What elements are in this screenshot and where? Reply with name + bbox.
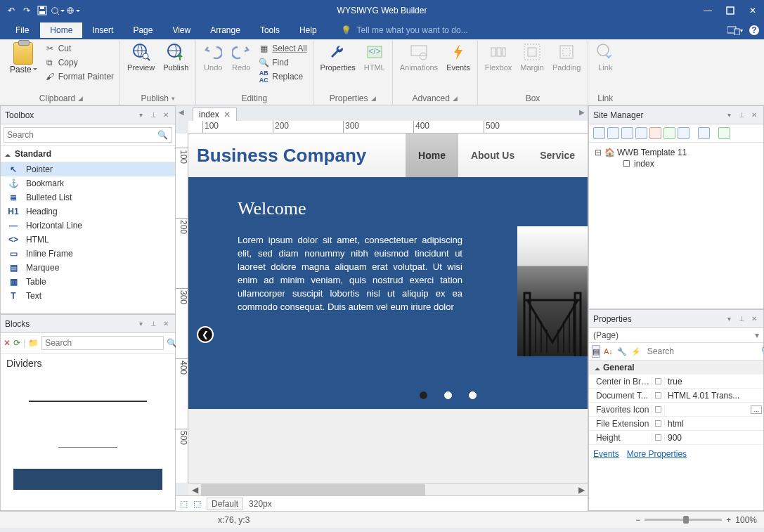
tab-close-icon[interactable]: ✕ — [224, 110, 231, 119]
tree-page-index[interactable]: ☐ index — [595, 158, 758, 169]
carousel-prev-button[interactable]: ❮ — [197, 326, 214, 343]
clipboard-launcher[interactable]: ◢ — [78, 95, 83, 102]
blocks-section-dividers[interactable]: Dividers — [1, 353, 175, 373]
menu-home[interactable]: Home — [40, 22, 82, 38]
properties-launcher[interactable]: ◢ — [371, 95, 376, 102]
blocks-folder-icon[interactable]: 📁 — [28, 337, 39, 349]
replace-button[interactable]: ABACReplace — [257, 70, 308, 83]
publish-button[interactable]: Publish — [160, 41, 191, 73]
cut-button[interactable]: ✂Cut — [43, 42, 115, 55]
menu-help[interactable]: Help — [290, 22, 327, 38]
margin-button[interactable]: Margin — [517, 41, 547, 73]
tab-index[interactable]: index ✕ — [193, 108, 237, 121]
page-checkbox-icon[interactable]: ☐ — [621, 159, 631, 169]
blocks-delete-icon[interactable]: ✕ — [4, 337, 11, 349]
panel-close-icon[interactable]: ✕ — [161, 319, 171, 329]
menu-page[interactable]: Page — [123, 22, 162, 38]
horizontal-scrollbar[interactable]: ◀ ▶ — [188, 483, 588, 495]
prop-bolt-button[interactable]: ⚡ — [630, 345, 642, 358]
panel-close-icon[interactable]: ✕ — [749, 314, 759, 324]
copy-button[interactable]: ⧉Copy — [43, 56, 115, 69]
scroll-left-icon[interactable]: ◀ — [188, 484, 201, 495]
maximize-button[interactable] — [722, 2, 739, 19]
save-qat-button[interactable] — [35, 4, 49, 18]
responsive-icon-2[interactable]: ⬚ — [193, 499, 201, 509]
tab-nav-right-icon[interactable]: ▶ — [579, 108, 585, 116]
redo-button[interactable]: Redo — [228, 41, 254, 73]
select-all-button[interactable]: ▦Select All — [257, 42, 308, 55]
block-preview-thin[interactable] — [13, 436, 162, 458]
redo-qat-button[interactable]: ↷ — [20, 4, 34, 18]
sm-delete-button[interactable] — [649, 127, 661, 139]
publish-qat-button[interactable] — [66, 4, 80, 18]
nav-about[interactable]: About Us — [458, 134, 527, 177]
panel-close-icon[interactable]: ✕ — [749, 110, 759, 120]
properties-button[interactable]: Properties — [318, 41, 358, 73]
advanced-launcher[interactable]: ◢ — [453, 95, 458, 102]
sm-edit-button[interactable] — [621, 127, 633, 139]
property-row[interactable]: Favorites Icon☐... — [589, 403, 763, 417]
carousel-dot-3[interactable] — [469, 391, 477, 399]
panel-dropdown-icon[interactable]: ▾ — [724, 110, 734, 120]
undo-button[interactable]: Undo — [200, 41, 226, 73]
block-preview-line[interactable] — [13, 380, 162, 422]
toolbox-item-bookmark[interactable]: ⚓Bookmark — [1, 176, 175, 190]
pin-icon[interactable]: ⊥ — [737, 314, 746, 324]
menu-view[interactable]: View — [162, 22, 200, 38]
property-category-general[interactable]: General — [589, 361, 763, 375]
property-row[interactable]: Height☐900 — [589, 431, 763, 445]
link-button[interactable]: Link — [593, 41, 618, 73]
html-button[interactable]: </>HTML — [361, 41, 388, 73]
zoom-slider[interactable] — [645, 519, 722, 521]
toolbox-category-standard[interactable]: Standard — [1, 146, 175, 162]
toolbox-item-horizontal-line[interactable]: —Horizontal Line — [1, 219, 175, 233]
toolbox-item-heading[interactable]: H1Heading — [1, 205, 175, 219]
nav-home[interactable]: Home — [406, 134, 458, 177]
events-button[interactable]: Events — [443, 41, 473, 73]
help-icon[interactable]: ? — [749, 25, 760, 36]
toolbox-item-bulleted-list[interactable]: ≣Bulleted List — [1, 190, 175, 205]
search-icon[interactable]: 🔍 — [157, 130, 168, 140]
property-row[interactable]: File Extension☐html — [589, 417, 763, 431]
pin-icon[interactable]: ⊥ — [148, 319, 158, 329]
browse-button[interactable]: ... — [751, 406, 762, 414]
padding-button[interactable]: Padding — [550, 41, 583, 73]
sm-down-button[interactable] — [718, 127, 730, 139]
horizontal-ruler[interactable]: 100200300400500 — [188, 121, 588, 134]
breakpoint-selector[interactable]: Default — [207, 498, 243, 510]
toolbox-item-inline-frame[interactable]: ▭Inline Frame — [1, 247, 175, 261]
format-painter-button[interactable]: 🖌Format Painter — [43, 70, 115, 83]
sm-new-folder-button[interactable] — [607, 127, 619, 139]
events-link[interactable]: Events — [593, 449, 619, 459]
zoom-in-button[interactable]: + — [726, 515, 731, 525]
tree-root[interactable]: ⊟ 🏠 WWB Template 11 — [595, 147, 758, 158]
publish-launcher[interactable]: ▾ — [171, 95, 175, 102]
close-button[interactable]: ✕ — [744, 2, 761, 19]
prop-categorized-button[interactable]: ▤ — [592, 345, 600, 358]
pin-icon[interactable]: ⊥ — [148, 110, 158, 120]
blocks-refresh-icon[interactable]: ⟳ — [13, 337, 20, 349]
minimize-button[interactable]: — — [699, 2, 716, 19]
scroll-right-icon[interactable]: ▶ — [575, 484, 588, 495]
carousel-dot-1[interactable] — [420, 391, 427, 399]
sm-copy-button[interactable] — [678, 127, 689, 139]
property-row[interactable]: Document T...☐HTML 4.01 Trans... — [589, 389, 763, 403]
more-properties-link[interactable]: More Properties — [627, 449, 687, 459]
toolbox-item-html[interactable]: <>HTML — [1, 233, 175, 247]
scroll-thumb[interactable] — [201, 484, 425, 495]
blocks-search-input[interactable] — [41, 336, 164, 350]
animations-button[interactable]: Animations — [397, 41, 441, 73]
sm-clone-button[interactable] — [635, 127, 647, 139]
panel-dropdown-icon[interactable]: ▾ — [136, 110, 145, 120]
sm-new-page-button[interactable] — [593, 127, 605, 139]
panel-close-icon[interactable]: ✕ — [161, 110, 171, 120]
toolbox-item-marquee[interactable]: ▤Marquee — [1, 261, 175, 275]
block-preview-footer[interactable] — [13, 469, 162, 490]
tell-me-search[interactable]: 💡 Tell me what you want to do... — [341, 25, 468, 35]
tree-expand-icon[interactable]: ⊟ — [595, 148, 602, 157]
toolbox-item-pointer[interactable]: ↖Pointer — [1, 162, 175, 176]
canvas[interactable]: Business Company Home About Us Service W… — [188, 134, 588, 483]
menu-insert[interactable]: Insert — [82, 22, 123, 38]
paste-button[interactable]: Paste — [7, 41, 40, 76]
panel-dropdown-icon[interactable]: ▾ — [724, 314, 734, 324]
